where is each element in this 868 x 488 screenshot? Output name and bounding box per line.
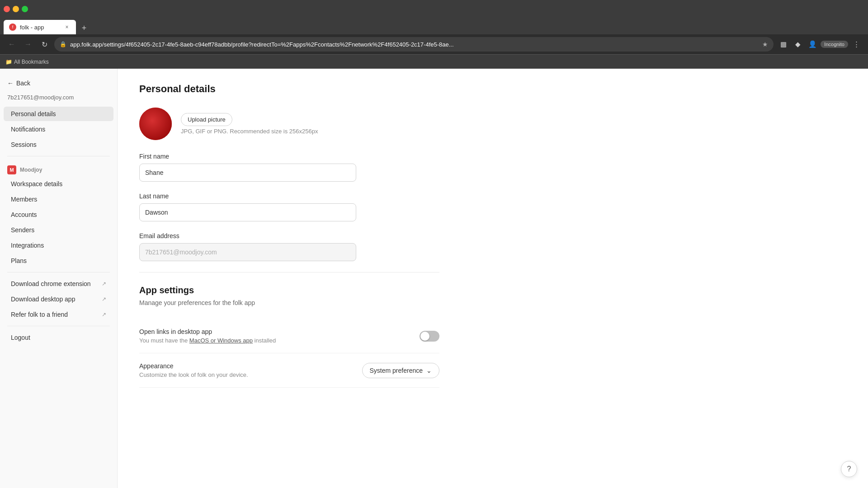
nav-item-accounts[interactable]: Accounts xyxy=(4,207,113,222)
sidebar-divider-1 xyxy=(7,156,110,156)
nav-item-personal-details[interactable]: Personal details xyxy=(4,107,113,121)
open-links-row: Open links in desktop app You must have … xyxy=(139,319,439,353)
back-button[interactable]: ← Back xyxy=(0,76,117,90)
minimize-window-button[interactable] xyxy=(13,6,19,12)
app-settings-desc: Manage your preferences for the folk app xyxy=(139,299,439,306)
user-email: 7b217651@moodjoy.com xyxy=(0,90,117,106)
page-title: Personal details xyxy=(139,83,439,95)
workspace-name: Moodjoy xyxy=(20,167,42,173)
address-bar: ← → ↻ 🔒 app.folk.app/settings/4f652405-2… xyxy=(0,34,868,54)
open-links-desc: You must have the MacOS or Windows app i… xyxy=(139,337,420,344)
nav-item-refer[interactable]: Refer folk to a friend ↗ xyxy=(4,307,113,322)
email-label: Email address xyxy=(139,232,439,239)
active-tab[interactable]: f folk - app × xyxy=(4,20,76,34)
profile-picture xyxy=(139,108,172,140)
extension-icon[interactable]: ◆ xyxy=(792,38,804,51)
pic-hint: JPG, GIF or PNG. Recommended size is 256… xyxy=(181,128,318,135)
first-name-label: First name xyxy=(139,153,439,160)
browser-chrome: f folk - app × + ← → ↻ 🔒 app.folk.app/se… xyxy=(0,0,868,69)
nav-item-notifications[interactable]: Notifications xyxy=(4,122,113,136)
sidebar: ← Back 7b217651@moodjoy.com Personal det… xyxy=(0,69,118,488)
nav-item-plans[interactable]: Plans xyxy=(4,253,113,268)
appearance-desc: Customize the look of folk on your devic… xyxy=(139,371,362,378)
last-name-group: Last name xyxy=(139,192,439,221)
profile-picture-area: Upload picture JPG, GIF or PNG. Recommen… xyxy=(139,108,439,140)
open-links-desc-post: installed xyxy=(253,337,276,344)
open-links-toggle[interactable] xyxy=(420,331,439,342)
open-links-desc-pre: You must have the xyxy=(139,337,189,344)
window-controls xyxy=(4,6,28,12)
external-link-icon-2: ↗ xyxy=(102,296,106,302)
workspace-badge: M xyxy=(7,165,16,174)
main-content: Personal details Upload picture JPG, GIF… xyxy=(118,69,868,488)
chevron-down-icon: ⌄ xyxy=(426,367,432,374)
maximize-window-button[interactable] xyxy=(22,6,28,12)
nav-item-senders[interactable]: Senders xyxy=(4,223,113,237)
bookmark-star-icon[interactable]: ★ xyxy=(762,41,768,48)
profile-pic-controls: Upload picture JPG, GIF or PNG. Recommen… xyxy=(181,113,318,135)
tab-favicon: f xyxy=(9,23,16,31)
forward-nav-button[interactable]: → xyxy=(22,38,34,51)
bookmarks-folder-icon: 📁 xyxy=(5,59,12,65)
browser-actions: ▩ ◆ 👤 Incognito ⋮ xyxy=(777,38,863,51)
profile-icon[interactable]: 👤 xyxy=(806,38,819,51)
close-window-button[interactable] xyxy=(4,6,10,12)
appearance-dropdown[interactable]: System preference ⌄ xyxy=(362,363,440,378)
cast-icon[interactable]: ▩ xyxy=(777,38,790,51)
nav-item-members[interactable]: Members xyxy=(4,192,113,206)
profile-picture-inner xyxy=(139,108,172,140)
back-nav-button[interactable]: ← xyxy=(5,38,18,51)
desktop-app-link[interactable]: MacOS or Windows app xyxy=(189,337,253,344)
nav-item-download-desktop[interactable]: Download desktop app ↗ xyxy=(4,292,113,306)
url-bar[interactable]: 🔒 app.folk.app/settings/4f652405-2c17-4f… xyxy=(54,37,774,52)
menu-button[interactable]: ⋮ xyxy=(850,38,863,51)
appearance-title: Appearance xyxy=(139,362,362,370)
help-icon: ? xyxy=(847,465,851,473)
reload-button[interactable]: ↻ xyxy=(38,38,51,51)
url-text: app.folk.app/settings/4f652405-2c17-4fe5… xyxy=(70,41,759,48)
first-name-input[interactable] xyxy=(139,164,356,182)
external-link-icon: ↗ xyxy=(102,281,106,287)
titlebar xyxy=(0,0,868,18)
appearance-value: System preference xyxy=(370,367,423,374)
app: ← Back 7b217651@moodjoy.com Personal det… xyxy=(0,69,868,488)
help-button[interactable]: ? xyxy=(841,461,857,477)
upload-picture-button[interactable]: Upload picture xyxy=(181,113,232,126)
content-area: Personal details Upload picture JPG, GIF… xyxy=(118,69,461,402)
nav-item-logout[interactable]: Logout xyxy=(4,330,113,345)
tab-close-button[interactable]: × xyxy=(63,23,71,31)
email-group: Email address xyxy=(139,232,439,261)
appearance-text: Appearance Customize the look of folk on… xyxy=(139,362,362,378)
first-name-group: First name xyxy=(139,153,439,182)
last-name-label: Last name xyxy=(139,192,439,200)
tab-bar: f folk - app × + xyxy=(0,18,868,34)
bookmarks-bar: 📁 All Bookmarks xyxy=(0,54,868,69)
incognito-badge: Incognito xyxy=(821,41,848,48)
toggle-knob xyxy=(420,332,429,341)
appearance-row: Appearance Customize the look of folk on… xyxy=(139,353,439,388)
nav-item-download-chrome[interactable]: Download chrome extension ↗ xyxy=(4,277,113,291)
all-bookmarks-link[interactable]: 📁 All Bookmarks xyxy=(5,59,49,65)
nav-item-sessions[interactable]: Sessions xyxy=(4,137,113,152)
open-links-text: Open links in desktop app You must have … xyxy=(139,328,420,344)
external-link-icon-3: ↗ xyxy=(102,311,106,318)
sidebar-divider-3 xyxy=(7,326,110,326)
sidebar-divider-2 xyxy=(7,272,110,272)
back-arrow-icon: ← xyxy=(7,80,14,87)
tab-title: folk - app xyxy=(20,24,60,31)
app-settings-title: App settings xyxy=(139,285,439,296)
nav-item-workspace-details[interactable]: Workspace details xyxy=(4,177,113,191)
email-input xyxy=(139,243,356,261)
section-divider xyxy=(139,272,439,272)
open-links-title: Open links in desktop app xyxy=(139,328,420,335)
last-name-input[interactable] xyxy=(139,203,356,221)
lock-icon: 🔒 xyxy=(60,41,66,47)
nav-item-integrations[interactable]: Integrations xyxy=(4,238,113,253)
new-tab-button[interactable]: + xyxy=(78,22,90,34)
workspace-section-header: M Moodjoy xyxy=(0,160,117,176)
